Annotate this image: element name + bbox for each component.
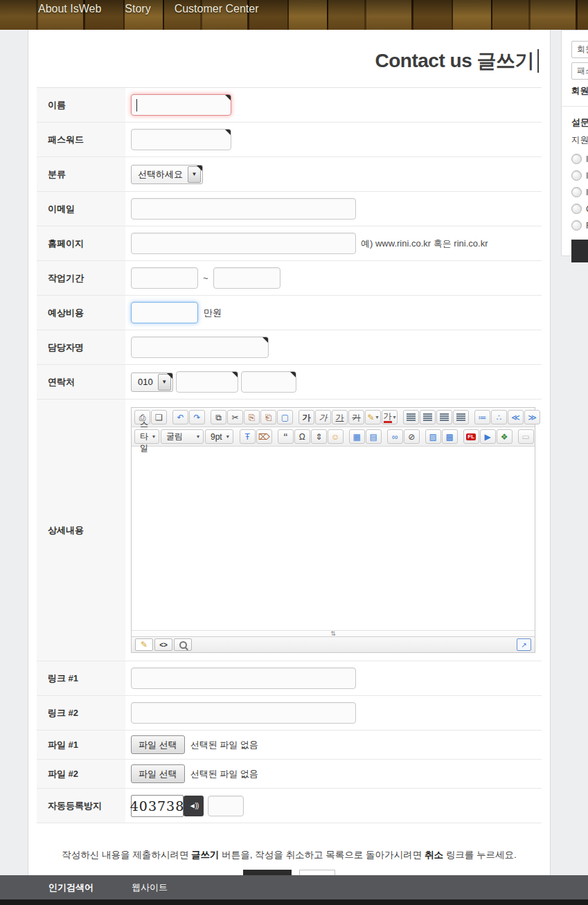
rich-text-editor: ⎙❏↶↷⧉✂⎘⎗▢가가가가✎가≔∴≪≫ 스타일▾ 굴림▾ 9pt▾ Ŧ⌦“Ω⇕☺… [131, 407, 535, 653]
align-center-icon[interactable] [420, 410, 436, 424]
password-label: 패스워드 [37, 123, 125, 156]
survey-radio-firefox[interactable] [571, 220, 582, 231]
cut-icon[interactable]: ✂ [227, 410, 243, 424]
link2-label: 링크 #2 [37, 696, 125, 730]
survey-radio-ie7[interactable] [571, 154, 582, 164]
wysiwyg-mode-button[interactable]: ✎ [135, 638, 153, 651]
editor-canvas[interactable] [132, 447, 535, 630]
footer-link-popular-keywords[interactable]: 인기검색어 [48, 881, 93, 894]
select-all-icon[interactable]: ▢ [277, 410, 293, 424]
phone-last-input[interactable] [241, 371, 296, 393]
save-icon[interactable]: ▭ [518, 429, 534, 444]
survey-option: IE 8 [571, 170, 588, 181]
period-start-input[interactable] [131, 267, 198, 289]
copy-icon[interactable]: ⧉ [211, 410, 226, 424]
style-select[interactable]: 스타일▾ [134, 429, 159, 444]
unordered-list-icon[interactable]: ∴ [491, 410, 507, 424]
emoticon-icon[interactable]: ☺ [328, 429, 344, 444]
table-icon[interactable]: ▦ [349, 429, 365, 444]
font-size-select[interactable]: 9pt▾ [205, 429, 233, 444]
remove-format-icon[interactable]: Ŧ [240, 429, 256, 444]
captcha-input[interactable] [208, 796, 244, 816]
bold-icon[interactable]: 가 [299, 410, 314, 424]
editor-mode-bar: ✎ <> ↗ [132, 636, 535, 652]
nav-customer-center[interactable]: Customer Center [175, 1, 259, 16]
undo-icon[interactable]: ↶ [172, 410, 188, 424]
member-password-input[interactable]: 패스워드 [571, 62, 588, 80]
media-play-icon[interactable]: ▶ [480, 429, 496, 444]
name-input[interactable] [131, 94, 231, 116]
paste-word-icon[interactable]: ⎗ [260, 410, 276, 424]
editor-popout-button[interactable]: ↗ [517, 638, 531, 651]
link1-input[interactable] [131, 667, 356, 689]
image-edit-icon[interactable]: ▩ [442, 429, 458, 444]
member-id-input[interactable]: 회원아이디 [571, 41, 588, 58]
survey-option: IE 7 [571, 154, 588, 164]
cost-input[interactable] [131, 302, 198, 323]
homepage-input[interactable] [131, 233, 356, 254]
html-mode-button[interactable]: <> [154, 638, 172, 651]
period-label: 작업기간 [37, 261, 125, 295]
captcha-audio-button[interactable]: ◄)) [184, 796, 204, 816]
footer-link-website[interactable]: 웹사이트 [132, 881, 168, 894]
form-row-period: 작업기간 ~ [37, 261, 542, 296]
page-title: Contact us 글쓰기 [375, 50, 534, 71]
indent-icon[interactable]: ≫ [524, 410, 540, 424]
nav-about-isweb[interactable]: About IsWeb [38, 1, 101, 16]
signup-link[interactable]: 회원가입 [571, 85, 588, 97]
font-color-icon[interactable]: 가 [382, 410, 398, 424]
phone-label: 연락처 [37, 365, 125, 399]
survey-radio-ie8[interactable] [571, 170, 582, 181]
main-content-panel: Contact us 글쓰기 이름 패스워드 분류 선택하세요 ▼ [28, 30, 551, 875]
line-height-icon[interactable]: ⇕ [311, 429, 327, 444]
phone-mid-input[interactable] [176, 371, 238, 393]
chevron-down-icon: ▾ [226, 433, 229, 440]
survey-radio-chrome[interactable] [571, 204, 582, 214]
special-char-icon[interactable]: Ω [294, 429, 310, 444]
redo-icon[interactable]: ↷ [189, 410, 205, 424]
blockquote-icon[interactable]: “ [278, 429, 294, 444]
survey-radio-ie9[interactable] [571, 187, 582, 197]
form-row-email: 이메일 [37, 192, 542, 226]
editor-resize-handle[interactable]: ⇅ [132, 630, 535, 636]
nav-story[interactable]: Story [125, 1, 150, 16]
manager-input[interactable] [131, 337, 269, 358]
font-family-select[interactable]: 굴림▾ [161, 429, 204, 444]
link2-input[interactable] [131, 702, 356, 724]
underline-icon[interactable]: 가 [332, 410, 348, 424]
popout-icon: ↗ [521, 641, 526, 649]
email-input[interactable] [131, 198, 356, 219]
strike-icon[interactable]: 가 [348, 410, 364, 424]
file1-select-button[interactable]: 파일 선택 [131, 735, 185, 754]
form-row-file2: 파일 #2 파일 선택 선택된 파일 없음 [37, 760, 542, 789]
clean-icon[interactable]: ⌦ [256, 429, 272, 444]
unlink-icon[interactable]: ⊘ [404, 429, 420, 444]
outdent-icon[interactable]: ≪ [508, 410, 524, 424]
preview-button[interactable] [174, 638, 192, 651]
file1-status: 선택된 파일 없음 [190, 739, 258, 751]
align-right-icon[interactable] [436, 410, 452, 424]
phone-prefix-select[interactable]: 010 ▼ [131, 373, 173, 392]
category-select[interactable]: 선택하세요 ▼ [131, 165, 203, 184]
highlight-pen-icon[interactable]: ✎ [365, 410, 381, 424]
link-icon[interactable]: ∞ [387, 429, 403, 444]
vote-button[interactable]: 투표 [571, 240, 588, 262]
password-input[interactable] [131, 129, 231, 150]
form-row-password: 패스워드 [37, 123, 542, 157]
ordered-list-icon[interactable]: ≔ [474, 410, 490, 424]
survey-option: Chrome [571, 204, 588, 214]
image-icon[interactable]: ▨ [425, 429, 441, 444]
flash-icon[interactable]: FL [463, 429, 479, 444]
table-edit-icon[interactable]: ▤ [366, 429, 382, 444]
album-icon[interactable]: ❖ [497, 429, 513, 444]
cost-label: 예상비용 [37, 296, 125, 330]
new-document-icon[interactable]: ❏ [151, 410, 167, 424]
italic-icon[interactable]: 가 [315, 410, 331, 424]
contact-form: 이름 패스워드 분류 선택하세요 ▼ 이메일 [37, 87, 542, 823]
align-justify-icon[interactable] [453, 410, 469, 424]
top-navigation: About IsWebStoryCustomer Center [0, 0, 588, 30]
period-end-input[interactable] [213, 267, 280, 289]
paste-icon[interactable]: ⎘ [244, 410, 260, 424]
file2-select-button[interactable]: 파일 선택 [131, 764, 185, 783]
align-left-icon[interactable] [403, 410, 419, 424]
